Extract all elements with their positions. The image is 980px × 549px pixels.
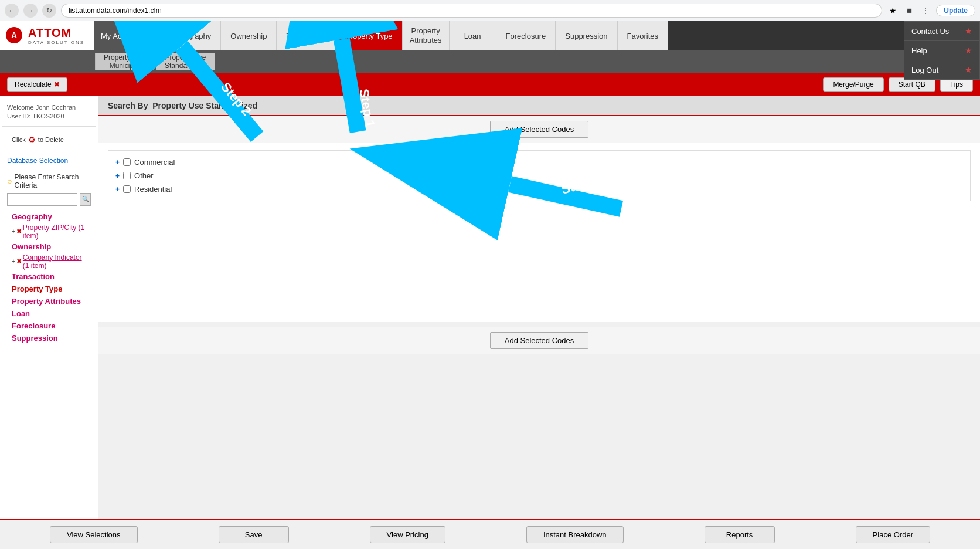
help-item[interactable]: Help ★ bbox=[904, 41, 979, 60]
tab-foreclosure[interactable]: Foreclosure bbox=[496, 21, 556, 50]
save-button[interactable]: Save bbox=[219, 526, 289, 543]
add-codes-top-row: Add Selected Codes bbox=[98, 116, 980, 143]
add-selected-codes-top-button[interactable]: Add Selected Codes bbox=[490, 121, 589, 138]
recalc-area: Click ♻ to Delete bbox=[2, 131, 96, 150]
forward-button[interactable]: → bbox=[23, 4, 38, 18]
delete-hint: Click ♻ to Delete bbox=[7, 134, 91, 148]
sidebar-property-attributes-link[interactable]: Property Attributes bbox=[7, 295, 91, 307]
residential-checkbox[interactable] bbox=[123, 185, 131, 193]
add-codes-bottom-row: Add Selected Codes bbox=[98, 327, 980, 354]
user-id-text: User ID: TKOS2020 bbox=[7, 112, 91, 121]
criteria-icon: ○ bbox=[7, 177, 12, 186]
log-out-item[interactable]: Log Out ★ bbox=[904, 60, 979, 80]
back-button[interactable]: ← bbox=[5, 4, 19, 18]
address-bar[interactable] bbox=[61, 4, 882, 18]
toolbar: Recalculate ✖ Merge/Purge Start QB Tips bbox=[0, 73, 980, 96]
sidebar-geography-item: + ✖ Property ZIP/City (1 item) bbox=[7, 223, 91, 240]
top-header: A ATTOM DATA SOLUTIONS My Account ▼ Geog… bbox=[0, 21, 980, 50]
bottom-bar: View Selections Save View Pricing Instan… bbox=[0, 518, 980, 549]
google-apps-icon[interactable]: ⋮ bbox=[920, 5, 931, 16]
view-pricing-button[interactable]: View Pricing bbox=[370, 526, 445, 543]
star-icon[interactable]: ★ bbox=[887, 5, 899, 16]
update-button[interactable]: Update bbox=[936, 5, 975, 16]
list-item: + Commercial bbox=[113, 155, 965, 169]
toolbar-left: Recalculate ✖ bbox=[7, 77, 818, 92]
checkbox-list: + Commercial + Other + Residential bbox=[108, 150, 971, 201]
extensions-icon[interactable]: ◾ bbox=[903, 5, 915, 16]
sidebar-ownership-link[interactable]: Ownership bbox=[7, 240, 91, 253]
browser-chrome: ← → ↻ ★ ◾ ⋮ Update bbox=[0, 0, 980, 21]
ownership-expand-icon[interactable]: + bbox=[12, 258, 15, 265]
commercial-expand-icon[interactable]: + bbox=[115, 158, 120, 167]
residential-label: Residential bbox=[134, 185, 172, 194]
refresh-button[interactable]: ↻ bbox=[42, 4, 56, 18]
tab-property-attributes[interactable]: PropertyAttributes bbox=[403, 21, 450, 50]
geography-expand-icon[interactable]: + bbox=[12, 228, 15, 235]
search-criteria-label: ○ Please Enter Search Criteria bbox=[7, 173, 91, 189]
tab-suppression[interactable]: Suppression bbox=[556, 21, 617, 50]
my-account-dropdown[interactable]: My Account ▼ bbox=[94, 21, 164, 50]
top-right-menu: Contact Us ★ Help ★ Log Out ★ bbox=[904, 21, 980, 80]
help-icon: ★ bbox=[965, 46, 972, 55]
database-selection-link[interactable]: Database Selection bbox=[7, 157, 68, 165]
other-label: Other bbox=[134, 171, 154, 180]
search-criteria: ○ Please Enter Search Criteria 🔍 Geograp… bbox=[2, 171, 96, 347]
geography-item-link[interactable]: Property ZIP/City (1 item) bbox=[23, 223, 86, 240]
tab-transaction[interactable]: Transaction bbox=[277, 21, 335, 50]
delete-icon: ♻ bbox=[28, 135, 36, 144]
search-go-button[interactable]: 🔍 bbox=[80, 193, 91, 206]
contact-us-item[interactable]: Contact Us ★ bbox=[904, 22, 979, 41]
place-order-button[interactable]: Place Order bbox=[856, 526, 930, 543]
tab-geography[interactable]: Geography bbox=[164, 21, 221, 50]
sidebar-welcome: Welcome John Cochran User ID: TKOS2020 bbox=[2, 101, 96, 127]
nav-tabs: Geography Ownership Transaction Property… bbox=[164, 21, 980, 50]
content-area: Search By Property Use Standardized Add … bbox=[98, 96, 980, 518]
merge-purge-button[interactable]: Merge/Purge bbox=[823, 77, 883, 92]
sidebar-loan-link[interactable]: Loan bbox=[7, 307, 91, 320]
recalculate-icon: ✖ bbox=[54, 80, 60, 89]
ownership-delete-icon[interactable]: ✖ bbox=[16, 257, 22, 265]
logout-icon: ★ bbox=[965, 65, 972, 74]
svg-text:A: A bbox=[11, 30, 17, 40]
click-label: Click bbox=[12, 136, 26, 143]
sidebar-transaction-link[interactable]: Transaction bbox=[7, 270, 91, 283]
dropdown-arrow-icon: ▼ bbox=[144, 33, 149, 39]
list-item: + Other bbox=[113, 169, 965, 182]
instant-breakdown-button[interactable]: Instant Breakdown bbox=[526, 526, 624, 543]
tab-property-type[interactable]: Property Type bbox=[336, 21, 403, 50]
other-expand-icon[interactable]: + bbox=[115, 172, 120, 180]
sidebar-suppression-link[interactable]: Suppression bbox=[7, 332, 91, 344]
reports-button[interactable]: Reports bbox=[705, 526, 775, 543]
tab-loan[interactable]: Loan bbox=[450, 21, 496, 50]
logo-area: A ATTOM DATA SOLUTIONS bbox=[0, 21, 94, 50]
view-selections-button[interactable]: View Selections bbox=[50, 526, 138, 543]
app-wrapper: A ATTOM DATA SOLUTIONS My Account ▼ Geog… bbox=[0, 21, 980, 549]
list-item: + Residential bbox=[113, 182, 965, 196]
sidebar-ownership-item: + ✖ Company Indicator (1 item) bbox=[7, 253, 91, 270]
recalculate-button[interactable]: Recalculate ✖ bbox=[7, 77, 67, 92]
contact-icon: ★ bbox=[965, 26, 972, 36]
geography-item-icons: ✖ bbox=[16, 228, 22, 235]
commercial-checkbox[interactable] bbox=[123, 158, 131, 166]
geography-delete-icon[interactable]: ✖ bbox=[16, 228, 22, 235]
sidebar-foreclosure-link[interactable]: Foreclosure bbox=[7, 320, 91, 332]
ownership-item-icons: ✖ bbox=[16, 257, 22, 265]
sidebar-geography-link[interactable]: Geography bbox=[7, 211, 91, 223]
to-delete-label: to Delete bbox=[38, 136, 64, 143]
search-by-value: Property Use Standardized bbox=[152, 101, 257, 110]
welcome-text: Welcome John Cochran bbox=[7, 103, 91, 112]
tab-ownership[interactable]: Ownership bbox=[221, 21, 277, 50]
logo-text: ATTOM DATA SOLUTIONS bbox=[28, 26, 84, 45]
codes-section: + Commercial + Other + Residential bbox=[98, 143, 980, 322]
residential-expand-icon[interactable]: + bbox=[115, 185, 120, 194]
ownership-item-link[interactable]: Company Indicator (1 item) bbox=[23, 253, 86, 270]
search-by-label: Search By bbox=[108, 101, 148, 110]
search-by-header: Search By Property Use Standardized bbox=[98, 96, 980, 116]
add-selected-codes-bottom-button[interactable]: Add Selected Codes bbox=[490, 332, 589, 349]
tab-favorites[interactable]: Favorites bbox=[618, 21, 668, 50]
property-use-standardized-item[interactable]: Property UseStandardized bbox=[156, 53, 215, 70]
sidebar: Welcome John Cochran User ID: TKOS2020 C… bbox=[0, 96, 98, 518]
search-input[interactable] bbox=[7, 193, 77, 206]
other-checkbox[interactable] bbox=[123, 172, 131, 179]
property-use-municipal-item[interactable]: Property UseMunicipal bbox=[95, 53, 154, 70]
